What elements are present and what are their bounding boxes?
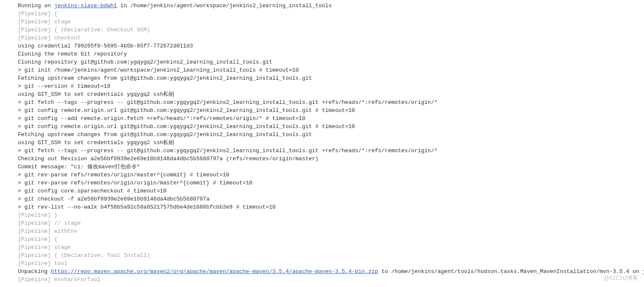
console-line: [Pipeline] } (18, 211, 644, 219)
console-line: [Pipeline] { (Declarative: Checkout SCM) (18, 26, 644, 34)
console-line: Running on jenkins-slave-bdwh1 in /home/… (18, 2, 644, 10)
log-text: > git config --add remote.origin.fetch +… (18, 115, 305, 122)
pipeline-marker: [Pipeline] { (18, 11, 58, 17)
console-line: > git checkout -f a2e56bf8939e2e69e18b91… (18, 195, 644, 203)
console-line: Fetching upstream changes from git@githu… (18, 131, 644, 139)
console-line: [Pipeline] stage (18, 18, 644, 26)
log-text: > git config core.sparsecheckout # timeo… (18, 188, 167, 194)
console-line: [Pipeline] { (18, 235, 644, 243)
log-text: > git init /home/jenkins/agent/workspace… (18, 67, 299, 73)
console-line: Cloning repository git@github.com:ygqygq… (18, 58, 644, 66)
console-line: > git init /home/jenkins/agent/workspace… (18, 66, 644, 74)
log-text: Commit message: "ci: 修改maven打包命令" (18, 164, 140, 170)
console-line: [Pipeline] checkout (18, 34, 644, 42)
log-text: using GIT_SSH to set credentials ygqygq2… (18, 139, 174, 146)
pipeline-marker: [Pipeline] withEnv (18, 228, 77, 234)
pipeline-marker: [Pipeline] { (18, 236, 58, 242)
log-text: Running on (18, 3, 54, 9)
log-text: using credential 799265f0-5695-4b5b-85f7… (18, 43, 193, 49)
console-line: Commit message: "ci: 修改maven打包命令" (18, 163, 644, 171)
console-line: [Pipeline] // stage (18, 219, 644, 227)
log-text: > git config remote.origin.url git@githu… (18, 123, 355, 130)
console-line: > git --version # timeout=10 (18, 82, 644, 90)
log-text: Cloning the remote Git repository (18, 51, 127, 57)
pipeline-marker: [Pipeline] stage (18, 19, 71, 25)
pipeline-marker: [Pipeline] tool (18, 260, 67, 267)
log-text: > git config remote.origin.url git@githu… (18, 107, 355, 114)
console-line: [Pipeline] withEnv (18, 227, 644, 235)
log-text: > git rev-parse refs/remotes/origin/orig… (18, 180, 253, 186)
console-line: > git config --add remote.origin.fetch +… (18, 114, 644, 123)
log-link[interactable]: jenkins-slave-bdwh1 (54, 3, 117, 9)
log-text: in /home/jenkins/agent/workspace/jenkins… (117, 3, 332, 9)
log-text: > git rev-list --no-walk b4f56b5a92c58a8… (18, 204, 276, 210)
console-line: [Pipeline] { (18, 10, 644, 18)
console-line: > git config remote.origin.url git@githu… (18, 106, 644, 114)
pipeline-marker: [Pipeline] { (Declarative: Tool Install) (18, 252, 150, 259)
console-line: using GIT_SSH to set credentials ygqygq2… (18, 90, 644, 98)
console-output: Running on jenkins-slave-bdwh1 in /home/… (18, 2, 644, 284)
log-text: > git checkout -f a2e56bf8939e2e69e18b91… (18, 196, 209, 202)
console-line: Checking out Revision a2e56bf8939e2e69e1… (18, 155, 644, 163)
log-text: Fetching upstream changes from git@githu… (18, 75, 312, 81)
log-text: > git fetch --tags --progress -- git@git… (18, 148, 438, 154)
console-line: > git rev-parse refs/remotes/origin/mast… (18, 171, 644, 179)
log-text: Unpacking (18, 268, 51, 275)
console-line: > git rev-list --no-walk b4f56b5a92c58a8… (18, 203, 644, 211)
console-line: Cloning the remote Git repository (18, 50, 644, 58)
log-link[interactable]: https://repo.maven.apache.org/maven2/org… (51, 268, 378, 275)
pipeline-marker: [Pipeline] envVarsForTool (18, 276, 100, 283)
pipeline-marker: [Pipeline] checkout (18, 35, 80, 41)
log-text: Cloning repository git@github.com:ygqygq… (18, 59, 272, 65)
console-line: [Pipeline] envVarsForTool (18, 276, 644, 284)
console-line: > git rev-parse refs/remotes/origin/orig… (18, 179, 644, 187)
log-text: Fetching upstream changes from git@githu… (18, 131, 312, 138)
console-line: Unpacking https://repo.maven.apache.org/… (18, 267, 644, 276)
console-line: [Pipeline] { (Declarative: Tool Install) (18, 251, 644, 259)
log-text: > git --version # timeout=10 (18, 83, 110, 89)
console-line: > git fetch --tags --progress -- git@git… (18, 147, 644, 155)
log-text: > git rev-parse refs/remotes/origin/mast… (18, 172, 229, 178)
pipeline-marker: [Pipeline] // stage (18, 220, 80, 226)
pipeline-marker: [Pipeline] } (18, 212, 58, 218)
log-text: Checking out Revision a2e56bf8939e2e69e1… (18, 156, 319, 162)
pipeline-marker: [Pipeline] stage (18, 244, 71, 251)
console-line: [Pipeline] stage (18, 243, 644, 251)
console-line: using GIT_SSH to set credentials ygqygq2… (18, 139, 644, 147)
console-line: using credential 799265f0-5695-4b5b-85f7… (18, 42, 644, 50)
log-text: using GIT_SSH to set credentials ygqygq2… (18, 91, 174, 98)
console-line: [Pipeline] tool (18, 259, 644, 267)
pipeline-marker: [Pipeline] { (Declarative: Checkout SCM) (18, 27, 150, 33)
console-line: > git config core.sparsecheckout # timeo… (18, 187, 644, 195)
log-text: > git fetch --tags --progress -- git@git… (18, 99, 438, 106)
log-text: to /home/jenkins/agent/tools/hudson.task… (378, 268, 644, 275)
console-line: > git config remote.origin.url git@githu… (18, 123, 644, 131)
console-line: > git fetch --tags --progress -- git@git… (18, 98, 644, 106)
console-line: Fetching upstream changes from git@githu… (18, 74, 644, 82)
